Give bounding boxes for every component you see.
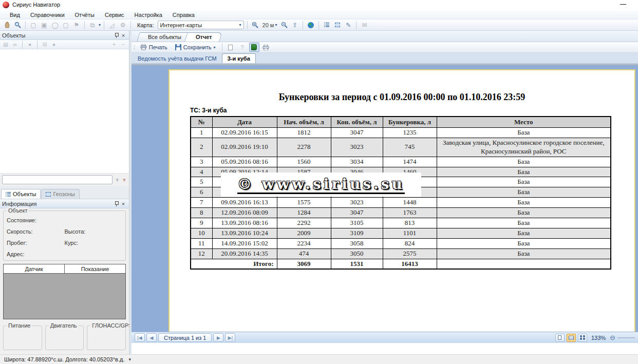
report-tab-strip: Ведомость учёта выдачи ГСМ 3-и куба [132, 53, 638, 64]
print-preview-button[interactable] [261, 43, 271, 52]
expand-plus-icon[interactable]: + [110, 41, 118, 48]
tab-fuel-sheet[interactable]: Ведомость учёта выдачи ГСМ [133, 54, 222, 63]
tab-geozones-label: Геозоны [53, 191, 74, 197]
printer-icon [140, 44, 147, 50]
multi-page-layout-button[interactable] [578, 334, 587, 342]
mail-icon[interactable]: ✉ [360, 21, 369, 29]
menu-service[interactable]: Сервис [100, 11, 129, 19]
zoom-slider[interactable] [617, 337, 635, 338]
help-button[interactable]: ? [237, 43, 248, 52]
table-cell: 13.09.2016 08:16 [212, 218, 277, 228]
menu-directories[interactable]: Справочники [26, 11, 69, 19]
select-circle-icon[interactable]: ◯ [50, 21, 60, 29]
table-row: 1114.09.2016 15:0222343058824База [191, 238, 611, 248]
tab-3i-kuba[interactable]: 3-и куба [222, 53, 256, 63]
tab-report[interactable]: Отчет [184, 32, 219, 42]
select-polygon-icon[interactable]: ▣ [40, 21, 49, 29]
table-cell: 6 [191, 187, 212, 198]
zoom-out-icon[interactable] [279, 21, 289, 29]
fit-width-layout-button[interactable] [567, 334, 576, 342]
ruler-icon[interactable]: ◿ [107, 21, 117, 29]
save-button[interactable]: Сохранить ▾ [172, 44, 219, 51]
objects-tree[interactable] [0, 49, 129, 174]
report-book-button[interactable] [249, 43, 259, 52]
next-page-button[interactable]: ▶ [213, 333, 223, 342]
zoom-in-icon[interactable] [251, 21, 260, 29]
tab-all-objects[interactable]: Все объекты [137, 32, 189, 42]
menu-settings[interactable]: Настройка [130, 11, 167, 19]
map-select-dropdown-icon: ▾ [239, 23, 241, 27]
pin-icon[interactable] [112, 32, 120, 39]
col-number: № [191, 117, 212, 128]
pan-hand-icon[interactable] [2, 21, 11, 29]
toolbar-separator [130, 21, 131, 29]
table-cell: 824 [383, 238, 437, 248]
vehicle-icon[interactable]: ⊟ [41, 41, 48, 48]
table-row: 1013.09.2016 10:24200931091101База [191, 228, 611, 238]
toolbar-separator [247, 21, 248, 29]
layers-icon[interactable]: ⧉ [88, 21, 97, 29]
search-icon[interactable] [13, 21, 22, 29]
single-page-layout-button[interactable] [555, 334, 565, 342]
table-cell: 2009 [277, 228, 331, 238]
table-cell: 745 [383, 138, 437, 157]
link-icon[interactable]: ∞ [11, 41, 18, 48]
tab-objects[interactable]: Объекты [1, 189, 41, 199]
course-label: Курс: [65, 240, 123, 246]
close-icon[interactable]: × [120, 32, 127, 39]
layers-dropdown-icon[interactable]: ▾ [99, 23, 101, 27]
tab-geozones[interactable]: Геозоны [41, 189, 79, 199]
page-setup-button[interactable] [226, 43, 236, 52]
collapse-minus-icon[interactable]: − [120, 41, 127, 48]
coordinates-dropdown-icon[interactable]: ▾ [128, 357, 131, 362]
clear-selection-icon[interactable]: ▢ [61, 21, 70, 29]
table-cell: 2575 [383, 248, 437, 259]
marker-icon[interactable]: ● [50, 41, 58, 48]
globe-icon[interactable] [306, 21, 315, 29]
filter-input[interactable] [2, 175, 112, 184]
globe-small-icon[interactable]: ● [26, 41, 33, 48]
close-icon[interactable]: × [120, 200, 127, 207]
track-settings-icon[interactable]: ⚙ [118, 21, 127, 29]
geozone-icon[interactable] [333, 21, 342, 29]
table-cell: 9 [191, 218, 212, 228]
table-cell: 2278 [277, 138, 331, 157]
home-view-icon[interactable]: ⇧ [290, 21, 299, 29]
table-cell: 1575 [277, 198, 331, 208]
table-header-row: № Дата Нач. объём, л Кон. объём, л Бунке… [191, 117, 611, 128]
minimize-button[interactable]: — [618, 1, 628, 9]
print-button[interactable]: Печать [137, 44, 171, 51]
pin-icon[interactable] [112, 200, 120, 207]
filter-icon[interactable]: ▼ [115, 177, 120, 183]
table-cell: 3023 [331, 198, 383, 208]
table-cell: 1101 [383, 228, 437, 238]
state-label: Состояние: [7, 217, 36, 223]
report-viewer[interactable]: Бункеровки за период с 01.09.2016 00:00 … [132, 64, 638, 343]
prev-page-button[interactable]: ◀ [146, 333, 157, 342]
last-page-button[interactable]: ▶| [225, 333, 235, 342]
toolbar-separator [37, 41, 37, 49]
clear-filter-icon[interactable]: ▼ [122, 177, 127, 183]
table-cell: 20.09.2016 14:35 [212, 248, 277, 259]
select-rect-icon[interactable]: ▢ [29, 21, 38, 29]
save-dropdown-icon[interactable]: ▾ [214, 45, 216, 50]
scale-select[interactable]: 20 м ▾ [261, 22, 278, 28]
menu-view[interactable]: Вид [5, 11, 25, 19]
table-cell: 5 [191, 177, 212, 187]
power-groupbox: Питание [3, 325, 42, 350]
map-select[interactable]: Интернет-карты ▾ [158, 21, 244, 29]
menu-reports[interactable]: Отчёты [70, 11, 99, 19]
save-icon [175, 44, 181, 50]
legend-list-icon[interactable] [322, 21, 331, 29]
first-page-button[interactable]: |◀ [135, 333, 145, 342]
power-group-label: Питание [7, 322, 32, 329]
glonass-groupbox: ГЛОНАСС/GPS [87, 325, 126, 350]
table-cell: 1 [191, 128, 212, 138]
menu-help[interactable]: Справка [168, 11, 199, 19]
add-group-icon[interactable]: ▤ [2, 41, 9, 48]
table-cell: 02.09.2016 16:15 [212, 128, 277, 138]
flag-icon[interactable]: ⚑ [72, 21, 81, 29]
edit-note-icon[interactable]: ✎ [344, 21, 353, 29]
objects-toolbar: ▤ ∞ ● ⊟ ● + − [0, 40, 129, 49]
zoom-out-button[interactable]: ⊖ [610, 334, 615, 341]
